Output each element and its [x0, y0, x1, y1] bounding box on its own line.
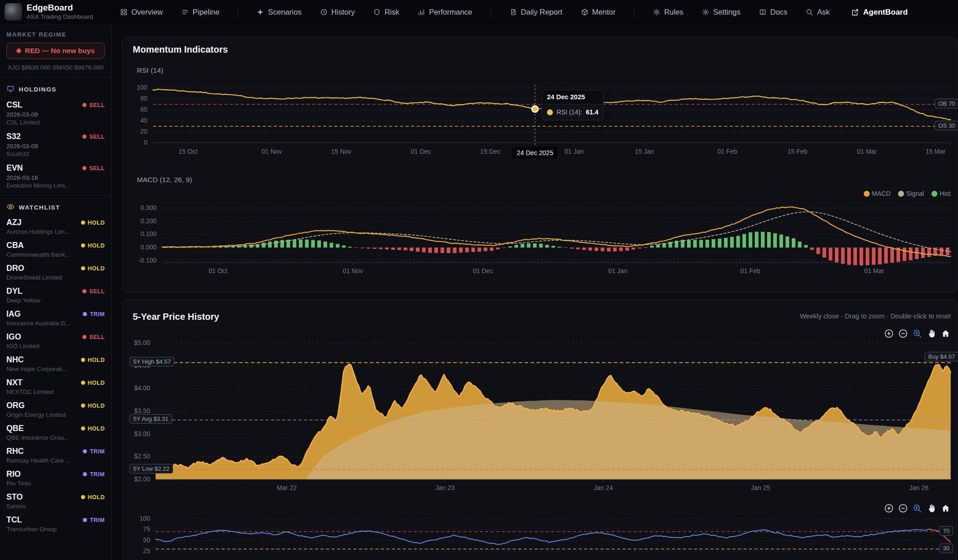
tooltip-series-label: RSI (14): — [557, 108, 582, 116]
holding-row-CSL[interactable]: CSLSELL2026-03-09CSL Limited — [6, 100, 105, 126]
zoom-in-button[interactable] — [884, 328, 894, 339]
watchlist-row-AZJ[interactable]: AZJHOLDAurizon Holdings Lim... — [6, 218, 105, 235]
nav-item-mentor[interactable]: Mentor — [581, 8, 616, 16]
watchlist-heading: WATCHLIST — [6, 203, 105, 212]
axis-tick-label: 01 Feb — [741, 267, 761, 275]
box-zoom-button[interactable] — [912, 328, 922, 339]
nav-item-daily-report[interactable]: Daily Report — [509, 8, 563, 16]
axis-tick-label: 01 Jan — [564, 148, 584, 155]
legend-item-signal[interactable]: Signal — [898, 190, 924, 197]
nav-item-performance[interactable]: Performance — [417, 8, 472, 16]
box-zoom-button[interactable] — [912, 503, 922, 513]
macd-plot-area[interactable] — [162, 205, 951, 263]
book-icon — [759, 8, 767, 16]
sidebar: MARKET REGIME RED — No new buys XJO $863… — [0, 24, 112, 560]
watchlist-heading-label: WATCHLIST — [19, 204, 60, 211]
nav-item-overview[interactable]: Overview — [120, 8, 163, 16]
watchlist-row-DRO[interactable]: DROHOLDDroneShield Limited — [6, 264, 105, 281]
status-badge: SELL — [82, 288, 105, 295]
watchlist-ticker: NHC — [6, 355, 24, 365]
nav-item-scenarios[interactable]: Scenarios — [256, 8, 301, 16]
watchlist-ticker: RIO — [6, 469, 21, 479]
watchlist-ticker: DRO — [6, 264, 24, 273]
watchlist-row-TCL[interactable]: TCLTRIMTransurban Group — [6, 515, 105, 533]
nav-item-settings[interactable]: Settings — [702, 8, 741, 16]
watchlist-ticker: QBE — [6, 424, 24, 433]
watchlist-row-ORG[interactable]: ORGHOLDOrigin Energy Limited — [6, 401, 105, 418]
reset-button[interactable] — [941, 328, 951, 339]
status-badge: HOLD — [81, 425, 105, 432]
watchlist-row-CBA[interactable]: CBAHOLDCommonwealth Bank... — [6, 241, 105, 258]
axis-tick-label: 15 Jan — [635, 148, 654, 155]
watchlist-company: NEXTDC Limited — [6, 388, 105, 395]
macd-legend: MACDSignalHist — [864, 190, 951, 197]
nav-item-pipeline[interactable]: Pipeline — [181, 8, 220, 16]
market-regime-pill[interactable]: RED — No new buys — [6, 43, 105, 59]
bars-icon — [417, 8, 425, 16]
watchlist-ticker: STO — [6, 492, 23, 502]
axis-tick-label: 0.200 — [120, 217, 157, 225]
watchlist-row-NXT[interactable]: NXTHOLDNEXTDC Limited — [6, 378, 105, 395]
zoomin-icon — [884, 503, 894, 513]
legend-item-macd[interactable]: MACD — [864, 190, 891, 197]
legend-item-hist[interactable]: Hist — [931, 190, 951, 197]
weekly-rsi-plot-area[interactable] — [156, 515, 951, 560]
watchlist-row-STO[interactable]: STOHOLDSantos — [6, 492, 105, 510]
axis-tick-label: $3.50 — [114, 407, 150, 415]
monitor-icon — [6, 85, 15, 93]
axis-tick-label: 25 — [114, 547, 150, 555]
watchlist-row-IGO[interactable]: IGOSELLIGO Limited — [6, 332, 105, 350]
nav-item-docs[interactable]: Docs — [759, 8, 788, 16]
watchlist-row-RHC[interactable]: RHCTRIMRamsay Health Care ... — [6, 447, 105, 464]
zoom-in-button[interactable] — [884, 503, 894, 513]
watchlist-ticker: DYL — [6, 286, 22, 296]
five-year-avg-badge: 5Y Avg $3.31 — [130, 414, 172, 424]
grid-icon — [120, 8, 128, 16]
zoom-out-button[interactable] — [898, 328, 908, 339]
holding-row-EVN[interactable]: EVNSELL2026-03-16Evolution Mining Limi..… — [6, 163, 105, 189]
axis-tick-label: 15 Feb — [788, 148, 808, 155]
crosshair-date-label: 24 Dec 2025 — [512, 147, 557, 159]
price-chart-hint: Weekly close · Drag to zoom · Double-cli… — [800, 312, 951, 320]
watchlist-row-DYL[interactable]: DYLSELLDeep Yellow — [6, 286, 105, 304]
nav-item-rules[interactable]: Rules — [653, 8, 683, 16]
nav-item-label: History — [331, 8, 355, 16]
watchlist-row-NHC[interactable]: NHCHOLDNew Hope Corporati... — [6, 355, 105, 372]
search-icon — [806, 8, 813, 16]
status-badge: HOLD — [81, 403, 105, 409]
axis-tick-label: 01 Nov — [262, 148, 282, 155]
holding-row-S32[interactable]: S32SELL2026-03-09South32 — [6, 132, 105, 157]
nav-item-risk[interactable]: Risk — [373, 8, 399, 16]
agentboard-label: AgentBoard — [863, 8, 908, 17]
axis-tick-label: -0.100 — [120, 257, 157, 264]
zoom-out-button[interactable] — [898, 503, 908, 513]
sparkle-icon — [256, 8, 264, 16]
axis-tick-label: 100 — [111, 84, 147, 91]
watchlist-ticker: TCL — [6, 515, 22, 525]
watchlist-row-QBE[interactable]: QBEHOLDQBE Insurance Grou... — [6, 424, 105, 441]
watchlist-ticker: CBA — [6, 241, 24, 250]
nav-item-label: Risk — [384, 8, 399, 16]
price-plot-area[interactable] — [156, 343, 951, 479]
tooltip-date: 24 Dec 2025 — [542, 90, 603, 104]
pan-button[interactable] — [926, 503, 936, 513]
pan-button[interactable] — [926, 328, 936, 339]
watchlist-row-RIO[interactable]: RIOTRIMRio Tinto — [6, 469, 105, 487]
watchlist-company: New Hope Corporati... — [6, 366, 105, 372]
watchlist-row-IAG[interactable]: IAGTRIMInsurance Australia G... — [6, 309, 105, 327]
status-badge: HOLD — [81, 220, 105, 226]
rsi-chart-title: RSI (14) — [137, 66, 163, 75]
nav-item-label: Overview — [131, 8, 163, 16]
reset-button[interactable] — [941, 503, 951, 513]
momentum-card-title: Momentum Indicators — [133, 44, 228, 55]
zoomout-icon — [898, 328, 908, 339]
nav-item-label: Scenarios — [268, 8, 301, 16]
holding-date: 2026-03-16 — [6, 174, 105, 181]
watchlist-company: Rio Tinto — [6, 480, 105, 487]
axis-tick-label: 75 — [114, 525, 150, 533]
agentboard-link[interactable]: AgentBoard — [851, 8, 908, 17]
axis-tick-label: 01 Nov — [343, 267, 363, 275]
nav-item-ask[interactable]: Ask — [806, 8, 830, 16]
nav-item-history[interactable]: History — [320, 8, 355, 16]
watchlist-company: Origin Energy Limited — [6, 411, 105, 418]
